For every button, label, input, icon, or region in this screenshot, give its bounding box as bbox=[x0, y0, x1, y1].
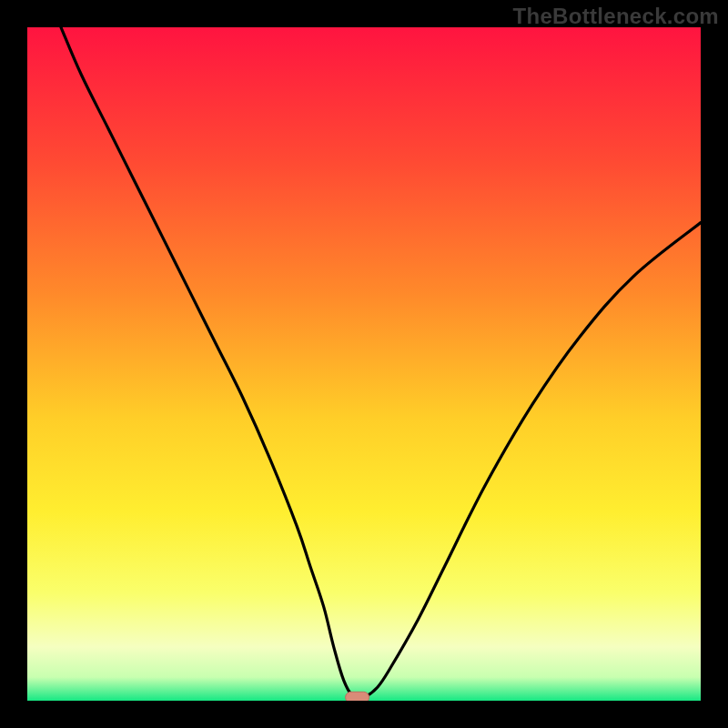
chart-svg bbox=[27, 27, 701, 701]
plot-area bbox=[27, 27, 701, 701]
optimum-marker bbox=[346, 692, 369, 701]
chart-background bbox=[27, 27, 701, 701]
watermark-text: TheBottleneck.com bbox=[513, 4, 719, 29]
chart-frame: TheBottleneck.com bbox=[0, 0, 728, 728]
